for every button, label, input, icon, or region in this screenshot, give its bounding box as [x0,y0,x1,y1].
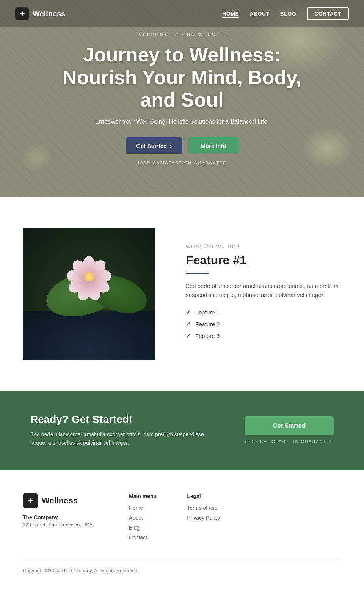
footer-link-privacy[interactable]: Privacy Policy [187,515,220,521]
lotus-illustration [23,228,155,360]
feature-title: Feature #1 [186,253,341,267]
check-icon-1: ✓ [186,309,191,316]
footer-main-menu: Main menu Home About Blog Contact [129,493,157,541]
hero-subtitle: Empower Your Well-Being: Holistic Soluti… [57,118,307,125]
feature-section: WHAT DO WE DO? Feature #1 Sed pede ullam… [0,197,364,391]
get-started-button[interactable]: Get Started › [126,137,182,154]
footer-link-about[interactable]: About [129,515,143,521]
cta-title: Ready? Get Started! [30,413,205,426]
footer-legal-links: Terms of use Privacy Policy [187,504,220,521]
feature-list: ✓ Feature 1 ✓ Feature 2 ✓ Feature 3 [186,309,341,339]
check-icon-3: ✓ [186,332,191,339]
footer-company-address: 123 Street, San Francisco, USA [23,522,99,528]
cta-description: Sed pede ullamcorper amet ullamcorper pr… [30,430,205,447]
check-icon-2: ✓ [186,321,191,328]
water-reflection [23,311,155,360]
hero-section: WELCOME TO OUR WEBSITE Journey to Wellne… [0,0,364,197]
feature-content: WHAT DO WE DO? Feature #1 Sed pede ullam… [186,244,341,344]
hero-buttons: Get Started › More Info [57,137,307,154]
logo-icon: ✦ [15,7,29,20]
nav-home[interactable]: HOME [222,11,239,18]
hero-guarantee: 100% SATISFACTION GUARANTEE [57,160,307,165]
lotus-flower [64,252,114,302]
feature-description: Sed pede ullamcorper amet ullamcorper pr… [186,281,341,300]
feature-eyebrow: WHAT DO WE DO? [186,244,341,250]
arrow-icon: › [170,143,172,149]
footer-logo-icon: ✦ [23,493,38,508]
footer-link-home[interactable]: Home [129,505,143,511]
flower-center [85,272,94,281]
nav-about[interactable]: ABOUT [249,11,269,17]
footer-company-name: The Company [23,514,99,520]
brand-name: Wellness [33,9,65,18]
feature-image [23,228,155,360]
footer-logo: ✦ Wellness [23,493,99,508]
cta-right: Get Started 100% SATISFACTION GUARANTEE [245,416,334,444]
list-item: ✓ Feature 1 [186,309,341,316]
footer-bottom: Copyright ©2024 The Company, All Rights … [23,560,341,574]
navbar-logo[interactable]: ✦ Wellness [15,7,65,20]
cta-left: Ready? Get Started! Sed pede ullamcorper… [30,413,205,447]
cta-get-started-button[interactable]: Get Started [245,416,334,435]
list-item: ✓ Feature 2 [186,321,341,328]
footer-legal: Legal Terms of use Privacy Policy [187,493,220,541]
hero-content: WELCOME TO OUR WEBSITE Journey to Wellne… [49,32,315,165]
navbar: ✦ Wellness HOME ABOUT BLOG CONTACT [0,0,364,27]
footer-brand: ✦ Wellness The Company 123 Street, San F… [23,493,99,541]
footer-legal-title: Legal [187,493,220,499]
footer-link-blog[interactable]: Blog [129,525,140,531]
footer-copyright: Copyright ©2024 The Company, All Rights … [23,568,341,574]
cta-section: Ready? Get Started! Sed pede ullamcorper… [0,391,364,470]
footer-link-terms[interactable]: Terms of use [187,505,217,511]
footer: ✦ Wellness The Company 123 Street, San F… [0,470,364,585]
footer-link-contact[interactable]: Contact [129,534,147,541]
footer-main-links: Home About Blog Contact [129,504,157,541]
hero-title: Journey to Wellness: Nourish Your Mind, … [57,44,307,112]
feature-item-1: Feature 1 [195,309,220,316]
feature-item-2: Feature 2 [195,321,220,327]
feature-divider [186,273,209,274]
list-item: ✓ Feature 3 [186,332,341,339]
footer-brand-name: Wellness [42,496,78,506]
more-info-button[interactable]: More Info [188,137,238,154]
cta-guarantee: 100% SATISFACTION GUARANTEE [245,439,334,444]
navbar-links: HOME ABOUT BLOG CONTACT [222,10,349,17]
nav-blog[interactable]: BLOG [280,11,296,17]
footer-top: ✦ Wellness The Company 123 Street, San F… [23,493,341,541]
feature-item-3: Feature 3 [195,333,220,339]
nav-contact-button[interactable]: CONTACT [307,7,349,20]
hero-eyebrow: WELCOME TO OUR WEBSITE [57,32,307,38]
footer-main-menu-title: Main menu [129,493,157,499]
